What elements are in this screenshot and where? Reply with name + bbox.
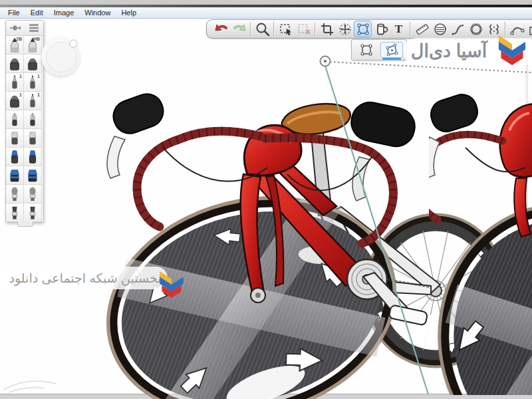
brush-softbrush[interactable]: [24, 185, 42, 203]
palette-menu-icon: [29, 23, 39, 33]
crop-icon: [319, 21, 335, 37]
watermark-text: نخستین شبکه اجتماعی دانلود: [0, 271, 168, 286]
brush-eraser[interactable]: [24, 55, 42, 73]
brush-pen[interactable]: 1: [24, 92, 42, 110]
brush-chisel[interactable]: [6, 129, 24, 148]
brush-palette-header: [6, 21, 43, 36]
transform-icon: [355, 21, 371, 37]
brush-size-label: HB: [33, 37, 40, 41]
brush-pencil[interactable]: HB: [24, 36, 42, 55]
redo-icon: [231, 21, 247, 37]
brush-chisel[interactable]: [24, 129, 42, 148]
move-tool-button[interactable]: [336, 21, 354, 37]
ellipse-guide-icon: [432, 21, 448, 37]
brush-grid: 2BHB1111: [6, 36, 43, 222]
brush-size-label: 1: [37, 92, 40, 97]
fill-tool-button[interactable]: [372, 21, 390, 37]
brush-bristle[interactable]: [6, 203, 24, 222]
brush-size-label: 1: [19, 74, 22, 78]
brush-softbrush[interactable]: [6, 185, 24, 203]
ruler-icon: [414, 21, 430, 37]
redo-button[interactable]: [230, 21, 248, 37]
brush-size-label: 2B: [16, 37, 22, 41]
main-toolbar: T: [206, 19, 532, 39]
scale-mode-button[interactable]: [355, 42, 378, 58]
app-window: File Edit Image Window Help: [0, 0, 532, 399]
distort-mode-button[interactable]: [380, 42, 403, 58]
palette-menu-button[interactable]: [25, 21, 43, 35]
french-curve-tool-button[interactable]: [449, 21, 467, 37]
watermark-band: نخستین شبکه اجتماعی دانلود: [0, 267, 168, 289]
brush-puck[interactable]: [41, 37, 80, 76]
brush-nib[interactable]: [6, 110, 24, 129]
ruler-tool-button[interactable]: [413, 21, 431, 37]
symmetry-tool-button[interactable]: [431, 21, 449, 37]
undo-icon: [213, 21, 229, 37]
marquee-select-icon: [278, 21, 294, 37]
text-tool-button[interactable]: T: [390, 21, 408, 37]
brush-settings-button[interactable]: [6, 21, 25, 35]
zoom-tool-button[interactable]: [253, 21, 271, 37]
scale-mode-icon: [358, 42, 374, 58]
brush-marker[interactable]: [6, 148, 24, 166]
transform-subtoolbar: [351, 39, 407, 61]
brush-eraser[interactable]: 1: [6, 92, 24, 110]
site-logo-icon: [158, 271, 186, 301]
brush-settings-icon: [9, 23, 21, 33]
magnifier-icon: [255, 21, 271, 37]
site-logo-icon: [495, 35, 529, 69]
brush-marker[interactable]: [24, 148, 42, 166]
brush-pencil[interactable]: 2B: [6, 36, 24, 55]
brush-marker_big[interactable]: [24, 166, 42, 185]
perspective-tool-button[interactable]: [467, 21, 485, 37]
transform-tool-button[interactable]: [354, 21, 372, 37]
brush-pen[interactable]: 1: [6, 73, 24, 92]
fill-bucket-icon: [373, 21, 389, 37]
undo-button[interactable]: [212, 21, 230, 37]
brush-eraser[interactable]: [6, 55, 24, 73]
brush-size-label: 1: [37, 74, 40, 78]
brush-size-label: 1: [19, 92, 22, 97]
brush-nib[interactable]: [24, 110, 42, 129]
crop-tool-button[interactable]: [318, 21, 336, 37]
brush-puck-ring: [69, 39, 78, 48]
text-tool-glyph: T: [395, 23, 402, 35]
brush-marker_big[interactable]: [6, 166, 24, 185]
deselect-icon: [296, 21, 312, 37]
brush-palette: 2BHB1111: [5, 20, 44, 223]
brush-pen[interactable]: 1: [24, 73, 42, 92]
select-tool-button[interactable]: [277, 21, 295, 37]
perspective-globe-icon: [468, 21, 484, 37]
transform-handle[interactable]: [318, 54, 332, 68]
move-icon: [337, 21, 353, 37]
brush-bristle[interactable]: [24, 203, 42, 222]
deselect-tool-button[interactable]: [295, 21, 313, 37]
distort-mode-icon: [384, 42, 400, 58]
french-curve-icon: [450, 21, 466, 37]
palette-collapse-tab[interactable]: [17, 221, 33, 227]
